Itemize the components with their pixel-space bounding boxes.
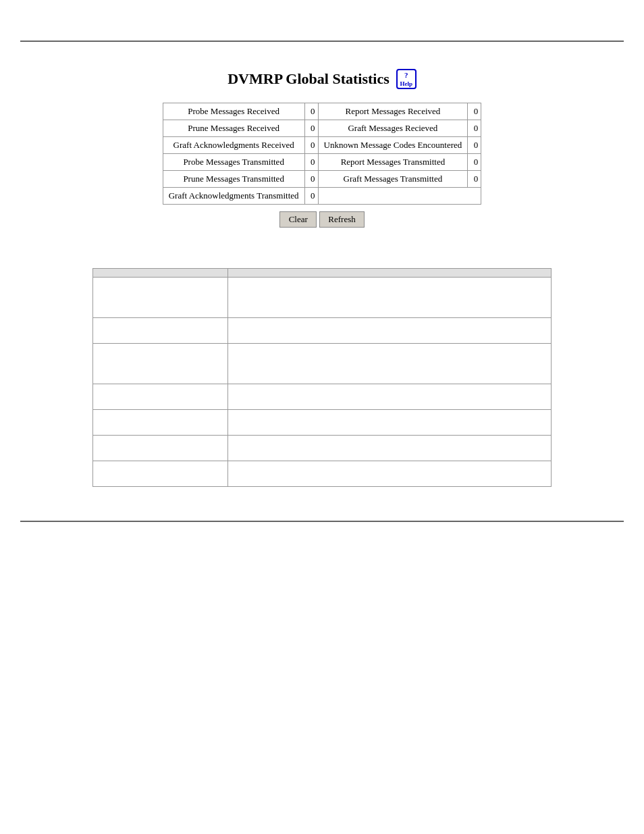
- bottom-section: [20, 268, 624, 487]
- stats-label-left: Prune Messages Received: [163, 120, 304, 137]
- bottom-cell-left: [93, 278, 228, 318]
- stats-label-right: Graft Messages Transmitted: [318, 171, 468, 188]
- stats-value-right: 0: [468, 171, 481, 188]
- stats-label-right: Graft Messages Recieved: [318, 120, 468, 137]
- bottom-table-row: [93, 384, 552, 410]
- stats-label-left: Graft Acknowledgments Transmitted: [163, 188, 304, 205]
- bottom-cell-right: [227, 384, 551, 410]
- bottom-cell-left: [93, 436, 228, 461]
- page-content: DVMRP Global Statistics ?Help Probe Mess…: [0, 42, 644, 500]
- bottom-cell-left: [93, 410, 228, 436]
- stats-row: Prune Messages Received0Graft Messages R…: [163, 120, 481, 137]
- stats-label-right: Report Messages Received: [318, 103, 468, 120]
- stats-empty: [318, 188, 481, 205]
- stats-label-right: Report Messages Transmitted: [318, 154, 468, 171]
- stats-label-left: Probe Messages Received: [163, 103, 304, 120]
- stats-value-left: 0: [304, 171, 318, 188]
- bottom-table-row: [93, 461, 552, 487]
- stats-row: Probe Messages Received0Report Messages …: [163, 103, 481, 120]
- stats-label-left: Probe Messages Transmitted: [163, 154, 304, 171]
- stats-value-right: 0: [468, 103, 481, 120]
- stats-row: Graft Acknowledgments Transmitted0: [163, 188, 481, 205]
- bottom-cell-right: [227, 318, 551, 344]
- stats-row: Probe Messages Transmitted0Report Messag…: [163, 154, 481, 171]
- bottom-table-row: [93, 410, 552, 436]
- bottom-cell-right: [227, 278, 551, 318]
- bottom-rule: [20, 521, 624, 522]
- bottom-table-header-left: [93, 269, 228, 278]
- bottom-cell-right: [227, 461, 551, 487]
- button-row: Clear Refresh: [20, 211, 624, 228]
- stats-row: Prune Messages Transmitted0Graft Message…: [163, 171, 481, 188]
- refresh-button[interactable]: Refresh: [319, 211, 364, 228]
- bottom-table: [92, 268, 552, 487]
- stats-label-right: Unknown Message Codes Encountered: [318, 137, 468, 154]
- bottom-cell-left: [93, 461, 228, 487]
- bottom-table-row: [93, 344, 552, 384]
- bottom-cell-left: [93, 344, 228, 384]
- bottom-table-header-right: [227, 269, 551, 278]
- stats-value-right: 0: [468, 137, 481, 154]
- stats-table: Probe Messages Received0Report Messages …: [163, 103, 482, 205]
- stats-label-left: Graft Acknowledgments Received: [163, 137, 304, 154]
- bottom-table-row: [93, 436, 552, 461]
- clear-button[interactable]: Clear: [279, 211, 317, 228]
- bottom-cell-right: [227, 410, 551, 436]
- bottom-cell-left: [93, 318, 228, 344]
- bottom-cell-right: [227, 436, 551, 461]
- stats-value-left: 0: [304, 137, 318, 154]
- stats-value-left: 0: [304, 154, 318, 171]
- stats-value-right: 0: [468, 120, 481, 137]
- stats-value-left: 0: [304, 188, 318, 205]
- title-area: DVMRP Global Statistics ?Help: [20, 69, 624, 89]
- bottom-table-row: [93, 278, 552, 318]
- bottom-cell-left: [93, 384, 228, 410]
- page-title: DVMRP Global Statistics: [227, 70, 390, 88]
- bottom-table-row: [93, 318, 552, 344]
- help-icon-label: ?Help: [400, 71, 413, 88]
- stats-label-left: Prune Messages Transmitted: [163, 171, 304, 188]
- stats-value-left: 0: [304, 103, 318, 120]
- help-icon-button[interactable]: ?Help: [396, 69, 417, 89]
- stats-value-left: 0: [304, 120, 318, 137]
- stats-row: Graft Acknowledgments Received0Unknown M…: [163, 137, 481, 154]
- bottom-cell-right: [227, 344, 551, 384]
- stats-value-right: 0: [468, 154, 481, 171]
